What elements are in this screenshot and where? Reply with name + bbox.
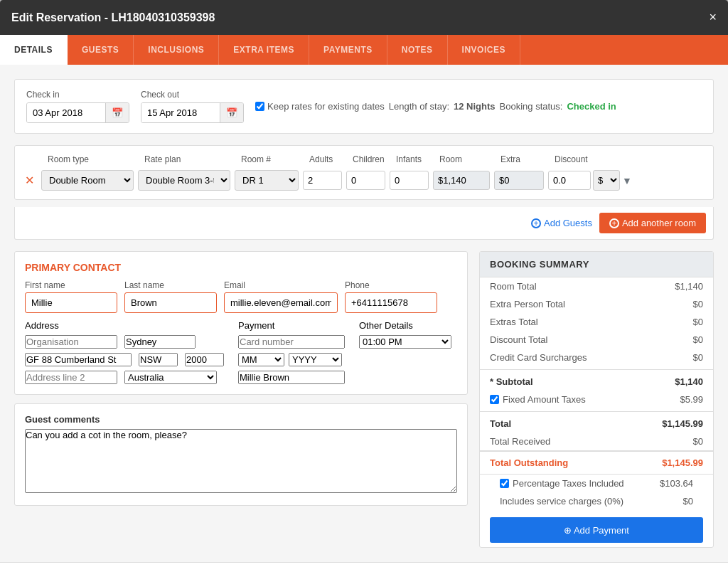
primary-contact-section: PRIMARY CONTACT First name Millie Last n… bbox=[14, 251, 468, 395]
dates-section: Check in 03 Apr 2018 📅 Check out 15 Apr … bbox=[14, 79, 714, 134]
service-charges-row: Includes service charges (0%) $0 bbox=[490, 492, 703, 510]
keep-rates-wrap: Keep rates for existing dates bbox=[255, 101, 385, 112]
infants-input[interactable] bbox=[390, 171, 429, 190]
col-header-rate-plan: Rate plan bbox=[144, 154, 237, 164]
month-select[interactable]: MM bbox=[238, 353, 284, 366]
first-name-group: First name Millie bbox=[25, 280, 117, 313]
fixed-taxes-value: $5.99 bbox=[680, 394, 703, 405]
keep-rates-checkbox[interactable] bbox=[255, 102, 264, 111]
check-out-input[interactable]: 15 Apr 2018 bbox=[141, 103, 220, 122]
summary-divider-1 bbox=[480, 369, 713, 370]
room-table: Room type Rate plan Room # Adults Childr… bbox=[14, 145, 714, 200]
tab-details[interactable]: DETAILS bbox=[0, 35, 68, 65]
guest-comments-section: Guest comments Can you add a cot in the … bbox=[14, 403, 468, 506]
add-another-room-button[interactable]: + Add another room bbox=[599, 213, 706, 233]
children-input[interactable] bbox=[346, 171, 385, 190]
col-header-room: Room bbox=[439, 154, 496, 164]
service-charges-value: $0 bbox=[683, 496, 693, 507]
percentage-taxes-value: $103.64 bbox=[660, 478, 693, 489]
tab-invoices[interactable]: INVOICES bbox=[448, 35, 520, 65]
address2-input[interactable] bbox=[25, 371, 117, 384]
check-out-label: Check out bbox=[141, 90, 244, 100]
right-panel: BOOKING SUMMARY Room Total $1,140 Extra … bbox=[479, 251, 714, 548]
add-guests-plus-icon: + bbox=[531, 218, 541, 228]
year-select[interactable]: YYYY bbox=[289, 353, 342, 366]
org-city-row: Sydney bbox=[25, 335, 224, 349]
tab-payments[interactable]: PAYMENTS bbox=[309, 35, 387, 65]
modal-close-button[interactable]: × bbox=[709, 10, 717, 25]
date-meta: Keep rates for existing dates Length of … bbox=[255, 101, 616, 112]
discount-arrow-icon[interactable]: ▼ bbox=[622, 175, 632, 186]
cc-surcharges-row: Credit Card Surcharges $0 bbox=[480, 349, 713, 366]
length-label: Length of stay: bbox=[389, 101, 449, 112]
discount-type-select[interactable]: $% bbox=[593, 170, 620, 191]
col-header-extra: Extra bbox=[500, 154, 550, 164]
tab-guests[interactable]: GUESTS bbox=[68, 35, 134, 65]
taxes-included-section: Percentage Taxes Included $103.64 Includ… bbox=[480, 475, 713, 543]
total-received-label: Total Received bbox=[490, 436, 550, 447]
room-actions-row: + Add Guests + Add another room bbox=[14, 207, 714, 240]
add-guests-label: Add Guests bbox=[544, 218, 592, 228]
name-on-card-input[interactable]: Millie Brown bbox=[238, 371, 345, 384]
room-row: ✕ Double Room Double Room 3-t DR 1 $% bbox=[22, 170, 706, 191]
adults-input[interactable] bbox=[303, 171, 342, 190]
check-in-calendar-icon[interactable]: 📅 bbox=[105, 103, 129, 122]
add-room-plus-icon: + bbox=[609, 218, 619, 228]
percentage-taxes-checkbox[interactable] bbox=[500, 479, 509, 488]
street-input[interactable]: GF 88 Cumberland St bbox=[25, 353, 132, 366]
discount-group: $% ▼ bbox=[548, 170, 619, 191]
city-input[interactable]: Sydney bbox=[124, 335, 196, 349]
check-out-group: Check out 15 Apr 2018 📅 bbox=[141, 90, 244, 123]
rate-plan-select[interactable]: Double Room 3-t bbox=[138, 170, 230, 191]
left-panel: PRIMARY CONTACT First name Millie Last n… bbox=[14, 251, 468, 548]
check-in-input[interactable]: 03 Apr 2018 bbox=[27, 103, 105, 122]
country-select[interactable]: Australia bbox=[124, 371, 217, 384]
room-total-row: Room Total $1,140 bbox=[480, 277, 713, 295]
extra-input bbox=[494, 171, 544, 190]
first-name-input[interactable]: Millie bbox=[25, 292, 117, 313]
total-outstanding-value: $1,145.99 bbox=[662, 457, 703, 468]
primary-contact-title: PRIMARY CONTACT bbox=[25, 262, 457, 273]
email-input[interactable]: millie.eleven@email.com bbox=[224, 292, 338, 313]
discount-total-row: Discount Total $0 bbox=[480, 331, 713, 349]
state-input[interactable]: NSW bbox=[139, 353, 178, 366]
other-details-select[interactable]: 01:00 PM bbox=[359, 335, 451, 349]
edit-reservation-modal: Edit Reservation - LH18040310359398 × DE… bbox=[0, 0, 728, 567]
first-name-label: First name bbox=[25, 280, 117, 290]
summary-divider-2 bbox=[480, 411, 713, 412]
booking-status-value: Checked in bbox=[567, 101, 616, 112]
subtotal-row: * Subtotal $1,140 bbox=[480, 373, 713, 391]
card-number-input[interactable] bbox=[238, 335, 345, 349]
last-name-label: Last name bbox=[124, 280, 217, 290]
check-in-input-wrap: 03 Apr 2018 📅 bbox=[26, 102, 129, 123]
add-room-label: Add another room bbox=[622, 218, 696, 228]
modal-header: Edit Reservation - LH18040310359398 × bbox=[0, 0, 728, 35]
tab-inclusions[interactable]: INCLUSIONS bbox=[134, 35, 219, 65]
room-table-header: Room type Rate plan Room # Adults Childr… bbox=[22, 154, 706, 164]
col-header-adults: Adults bbox=[309, 154, 348, 164]
phone-input[interactable]: +6411115678 bbox=[345, 292, 437, 313]
add-payment-button[interactable]: ⊕ Add Payment bbox=[490, 517, 703, 543]
org-input[interactable] bbox=[25, 335, 117, 349]
check-out-input-wrap: 15 Apr 2018 📅 bbox=[141, 102, 244, 123]
check-out-calendar-icon[interactable]: 📅 bbox=[220, 103, 243, 122]
add-guests-button[interactable]: + Add Guests bbox=[531, 213, 592, 233]
discount-input[interactable] bbox=[548, 171, 591, 190]
room-number-select[interactable]: DR 1 bbox=[235, 170, 299, 191]
modal-footer: 🖨 Print ▾ ✉ Email ▾ → Check-out Close bbox=[0, 562, 728, 567]
subtotal-value: $1,140 bbox=[675, 376, 703, 387]
tab-notes[interactable]: NOTES bbox=[387, 35, 448, 65]
booking-summary: BOOKING SUMMARY Room Total $1,140 Extra … bbox=[479, 251, 714, 548]
delete-room-button[interactable]: ✕ bbox=[22, 174, 37, 187]
fixed-taxes-checkbox[interactable] bbox=[490, 395, 499, 404]
room-type-select[interactable]: Double Room bbox=[41, 170, 134, 191]
postcode-input[interactable]: 2000 bbox=[185, 353, 224, 366]
street-state-post-row: GF 88 Cumberland St NSW 2000 bbox=[25, 353, 224, 366]
guest-comments-input[interactable]: Can you add a cot in the room, please? bbox=[25, 429, 457, 493]
tab-extra-items[interactable]: EXTRA ITEMS bbox=[219, 35, 309, 65]
other-details-column: Other Details 01:00 PM bbox=[359, 320, 451, 384]
address-column: Address Sydney GF 88 Cumberland St NSW 2… bbox=[25, 320, 224, 384]
fixed-taxes-label-wrap: Fixed Amount Taxes bbox=[490, 394, 586, 405]
col-header-discount: Discount bbox=[555, 154, 626, 164]
last-name-input[interactable]: Brown bbox=[124, 292, 217, 313]
